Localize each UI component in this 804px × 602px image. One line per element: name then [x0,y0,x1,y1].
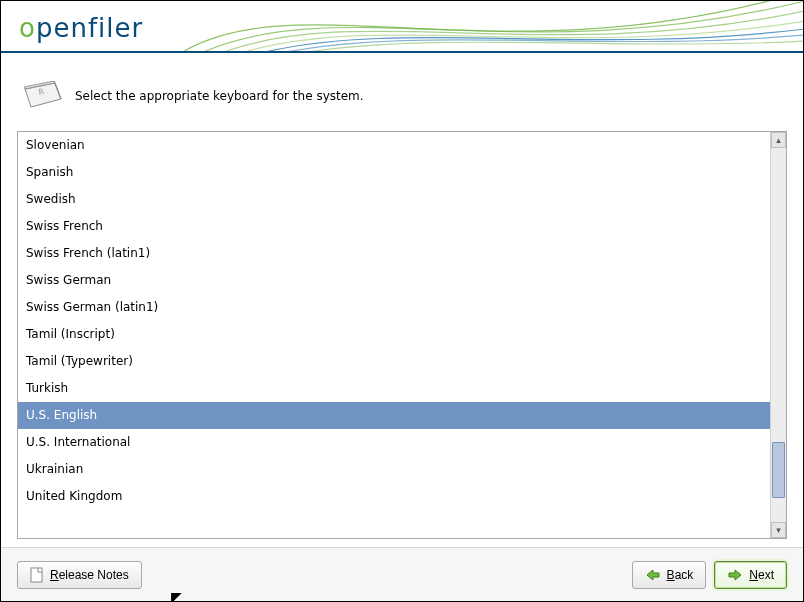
list-item[interactable]: Turkish [18,375,770,402]
prompt-text: Select the appropriate keyboard for the … [75,89,364,103]
back-label: Back [667,568,694,582]
keyboard-icon: R [21,81,63,111]
header-banner: openfiler [1,1,803,53]
svg-marker-6 [729,570,741,580]
list-item[interactable]: Swedish [18,186,770,213]
list-item[interactable]: Tamil (Inscript) [18,321,770,348]
next-button[interactable]: Next [714,561,787,589]
release-notes-button[interactable]: Release Notes [17,561,142,589]
list-item[interactable]: U.S. International [18,429,770,456]
list-item[interactable]: Swiss French (latin1) [18,240,770,267]
scroll-up-button[interactable]: ▴ [771,132,786,148]
arrow-left-icon [645,568,661,582]
list-item[interactable]: Swiss German [18,267,770,294]
keyboard-listbox[interactable]: SlovenianSpanishSwedishSwiss FrenchSwiss… [17,131,787,539]
list-item[interactable]: Ukrainian [18,456,770,483]
svg-rect-4 [31,568,42,582]
document-icon [30,567,44,583]
scroll-down-button[interactable]: ▾ [771,522,786,538]
back-button[interactable]: Back [632,561,707,589]
scrollbar[interactable]: ▴ ▾ [770,132,786,538]
list-item[interactable]: United Kingdom [18,483,770,510]
list-item[interactable]: Tamil (Typewriter) [18,348,770,375]
footer-bar: Release Notes Back Next [1,547,803,601]
list-item[interactable]: Spanish [18,159,770,186]
list-item[interactable]: Swiss German (latin1) [18,294,770,321]
content-area: R Select the appropriate keyboard for th… [1,53,803,547]
list-item[interactable]: Swiss French [18,213,770,240]
arrow-right-icon [727,568,743,582]
prompt-row: R Select the appropriate keyboard for th… [17,81,787,111]
installer-window: openfiler R Select the appropriate keybo… [0,0,804,602]
list-item[interactable]: U.S. English [18,402,770,429]
svg-marker-5 [647,570,659,580]
scroll-thumb[interactable] [772,442,785,498]
next-label: Next [749,568,774,582]
release-notes-label: Release Notes [50,568,129,582]
app-logo: openfiler [19,13,143,43]
list-item[interactable]: Slovenian [18,132,770,159]
